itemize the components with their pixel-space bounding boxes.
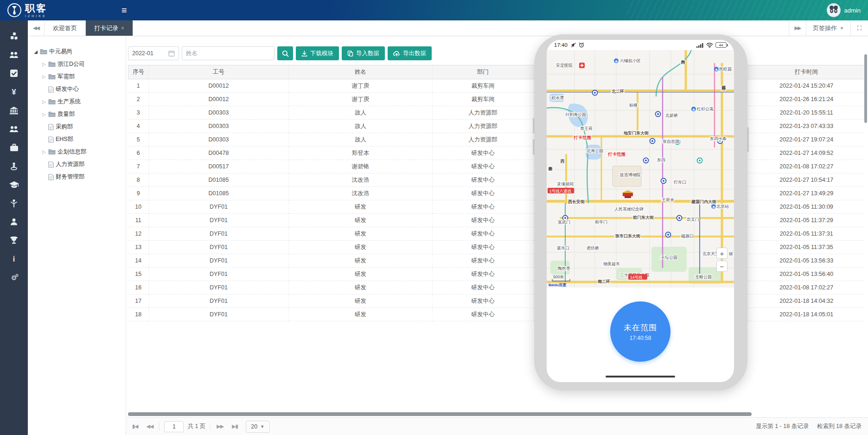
- tree-node-folder[interactable]: ▷质量部: [28, 108, 126, 121]
- table-row[interactable]: 5D00303故人人力资源部2022-01-27 19:07:24: [128, 133, 865, 147]
- zoom-out-button[interactable]: −: [716, 261, 728, 272]
- file-icon: [48, 136, 54, 143]
- map-place-label: 鼓楼: [629, 103, 638, 108]
- app-root: 职客 IZHIKE ≡ admin ◀◀ 欢迎首页 打卡记录 × ▶▶ 页签操作…: [0, 0, 868, 435]
- import-data-button[interactable]: 导入数据: [342, 46, 385, 60]
- tab-punch-records[interactable]: 打卡记录 ×: [86, 20, 133, 36]
- tree-node-dept[interactable]: 研发中心: [28, 83, 126, 96]
- pagination-bar: ▮◀ ◀◀ 共 1 页 ▶▶ ▶▮ 20 ▼ 显示第 1 - 18 条记录 检索…: [126, 417, 868, 435]
- sidebar-team-icon[interactable]: [5, 45, 23, 64]
- table-row[interactable]: 3D00303故人人力资源部2022-01-20 15:55:11: [128, 106, 865, 120]
- sidebar-user-icon[interactable]: [5, 212, 23, 231]
- tree-node-folder[interactable]: ▷生产系统: [28, 96, 126, 108]
- table-cell: 人力资源部: [433, 120, 534, 133]
- table-row[interactable]: 9D01085沈改浩研发中心2022-01-27 13:49:29: [128, 187, 865, 200]
- table-row[interactable]: 10DYF01研发研发中心2022-01-05 11:30:09: [128, 200, 865, 214]
- map-place-label: 什刹海公园: [565, 112, 586, 117]
- app-logo[interactable]: 职客 IZHIKE: [7, 3, 47, 18]
- table-row[interactable]: 1D00012谢丁庚裁剪车间2022-01-24 15:20:47: [128, 79, 865, 93]
- sidebar-info-icon[interactable]: i: [5, 249, 23, 268]
- sidebar-training-icon[interactable]: [5, 175, 23, 194]
- user-menu[interactable]: admin: [827, 0, 861, 20]
- table-row[interactable]: 11DYF01研发研发中心2022-01-05 11:37:29: [128, 214, 865, 227]
- tree-node-folder[interactable]: ◢中元易尚: [28, 45, 126, 58]
- table-row[interactable]: 17DYF01研发研发中心2022-01-18 14:04:32: [128, 294, 865, 308]
- name-search-input[interactable]: 姓名: [182, 46, 274, 60]
- tree-caret-icon[interactable]: ▷: [41, 74, 47, 79]
- sidebar-organization-icon[interactable]: [5, 101, 23, 120]
- column-header[interactable]: 工号: [149, 65, 289, 79]
- table-cell: 研发中心: [433, 173, 534, 187]
- table-cell: 研发: [289, 227, 433, 241]
- sidebar-group-icon[interactable]: [5, 120, 23, 138]
- sidebar-finance-icon[interactable]: ¥: [5, 83, 23, 101]
- punch-clock-button[interactable]: 未在范围 17:40:58: [610, 301, 670, 362]
- map-view[interactable]: ◉◉◉◉ 安定医院六铺炕小区门外大街民旺园北二环东二环积水潭什刹海公园鼓楼北新桥…: [547, 50, 734, 288]
- sidebar-location-icon[interactable]: [5, 157, 23, 175]
- export-data-button[interactable]: 导出数据: [388, 46, 432, 60]
- tree-node-dept[interactable]: 财务管理部: [28, 171, 126, 183]
- table-cell: 研发中心: [433, 308, 534, 321]
- table-cell: DYF01: [149, 200, 289, 214]
- page-size-select[interactable]: 20 ▼: [246, 421, 270, 433]
- table-row[interactable]: 12DYF01研发研发中心2022-01-05 11:37:31: [128, 227, 865, 241]
- tree-caret-icon[interactable]: ▷: [41, 112, 47, 117]
- punch-status-label: 未在范围: [624, 322, 657, 333]
- search-button[interactable]: [277, 46, 293, 60]
- tree-caret-icon[interactable]: ▷: [41, 99, 47, 104]
- table-cell: 3: [128, 106, 149, 120]
- column-header[interactable]: 部门: [433, 65, 534, 79]
- table-cell: DYF01: [149, 241, 289, 254]
- table-row[interactable]: 15DYF01研发研发中心2022-01-05 13:56:40: [128, 268, 865, 281]
- menu-toggle-icon[interactable]: ≡: [121, 5, 127, 16]
- tabs-scroll-left-icon[interactable]: ◀◀: [28, 20, 45, 36]
- tree-node-folder[interactable]: ▷军需部: [28, 70, 126, 83]
- column-header[interactable]: 打卡时间: [748, 65, 865, 79]
- tree-node-folder[interactable]: ▷企划信息部: [28, 146, 126, 158]
- sidebar-growth-icon[interactable]: [5, 194, 23, 212]
- column-header[interactable]: 姓名: [289, 65, 433, 79]
- tree-node-dept[interactable]: EHS部: [28, 133, 126, 146]
- vertical-scrollbar[interactable]: [864, 54, 867, 123]
- horizontal-scrollbar[interactable]: [128, 412, 752, 416]
- tab-actions-dropdown[interactable]: 页签操作▼: [806, 20, 850, 36]
- sidebar-settings-icon[interactable]: ⚙⚙: [5, 268, 23, 287]
- prev-page-icon[interactable]: ◀◀: [142, 423, 158, 429]
- sidebar-tasks-icon[interactable]: [5, 64, 23, 83]
- tree-caret-icon[interactable]: ▷: [41, 62, 47, 67]
- svg-text:¥: ¥: [12, 88, 16, 96]
- table-row[interactable]: 13DYF01研发研发中心2022-01-05 11:37:35: [128, 241, 865, 254]
- table-row[interactable]: 7D00517谢碧铬研发中心2022-01-08 17:02:27: [128, 160, 865, 173]
- column-header[interactable]: 序号: [128, 65, 149, 79]
- punch-time-label: 17:40:58: [630, 335, 651, 341]
- table-row[interactable]: 14DYF01研发研发中心2022-01-05 13:56:33: [128, 254, 865, 268]
- fullscreen-toggle-icon[interactable]: ⛶: [851, 20, 868, 36]
- next-page-icon[interactable]: ▶▶: [212, 423, 228, 429]
- tree-node-folder[interactable]: ▷浙江D公司: [28, 58, 126, 70]
- table-cell: DYF01: [149, 254, 289, 268]
- tree-node-dept[interactable]: 人力资源部: [28, 158, 126, 171]
- table-cell: 谢丁庚: [289, 93, 433, 106]
- sidebar-modules-icon[interactable]: [5, 27, 23, 45]
- table-row[interactable]: 16DYF01研发研发中心2022-01-08 17:02:27: [128, 281, 865, 294]
- table-row[interactable]: 8D01085沈改浩研发中心2022-01-27 10:54:17: [128, 173, 865, 187]
- sidebar-achievement-icon[interactable]: [5, 231, 23, 249]
- last-page-icon[interactable]: ▶▮: [228, 423, 242, 429]
- tabs-scroll-right-icon[interactable]: ▶▶: [789, 20, 806, 36]
- download-template-button[interactable]: 下载模块: [296, 46, 339, 60]
- tree-caret-icon[interactable]: ▷: [41, 149, 47, 154]
- page-number-input[interactable]: [164, 421, 184, 432]
- first-page-icon[interactable]: ▮◀: [128, 423, 142, 429]
- month-picker-input[interactable]: 2022-01: [128, 46, 179, 60]
- table-row[interactable]: 2D00012谢丁庚裁剪车间2022-01-26 16:21:24: [128, 93, 865, 106]
- table-row[interactable]: 18DYF01研发研发中心2022-01-18 14:05:01: [128, 308, 865, 321]
- zoom-in-button[interactable]: +: [716, 248, 728, 259]
- tab-home[interactable]: 欢迎首页: [45, 20, 86, 36]
- tab-close-icon[interactable]: ×: [121, 25, 124, 32]
- tree-caret-icon[interactable]: ◢: [32, 49, 39, 54]
- sidebar-business-icon[interactable]: [5, 138, 23, 157]
- tree-node-dept[interactable]: 采购部: [28, 121, 126, 133]
- table-cell: 2022-01-18 14:05:01: [748, 308, 865, 321]
- table-row[interactable]: 4D00303故人人力资源部2022-01-23 07:43:33: [128, 120, 865, 133]
- table-row[interactable]: 6D00478郑登本研发中心2022-01-27 14:09:52: [128, 147, 865, 160]
